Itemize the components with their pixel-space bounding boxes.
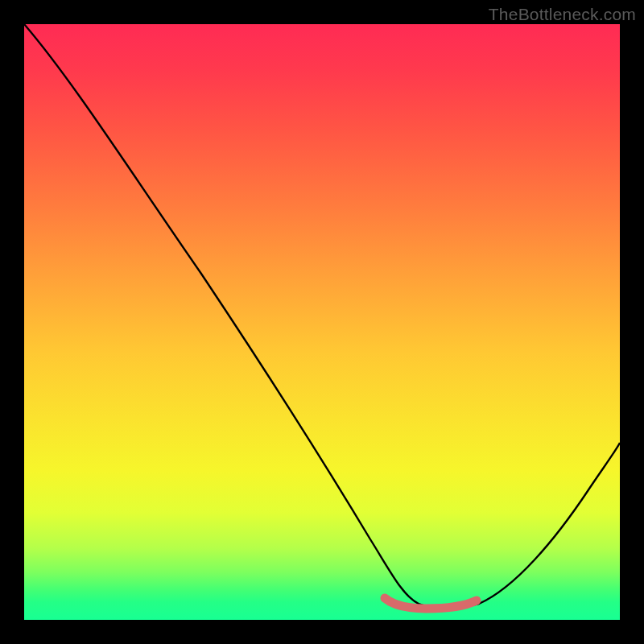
bottleneck-curve <box>24 24 620 608</box>
watermark-text: TheBottleneck.com <box>489 5 636 24</box>
chart-frame: TheBottleneck.com <box>0 0 644 644</box>
curve-layer <box>24 24 620 620</box>
plot-area <box>24 24 620 620</box>
optimal-marker <box>385 598 477 609</box>
